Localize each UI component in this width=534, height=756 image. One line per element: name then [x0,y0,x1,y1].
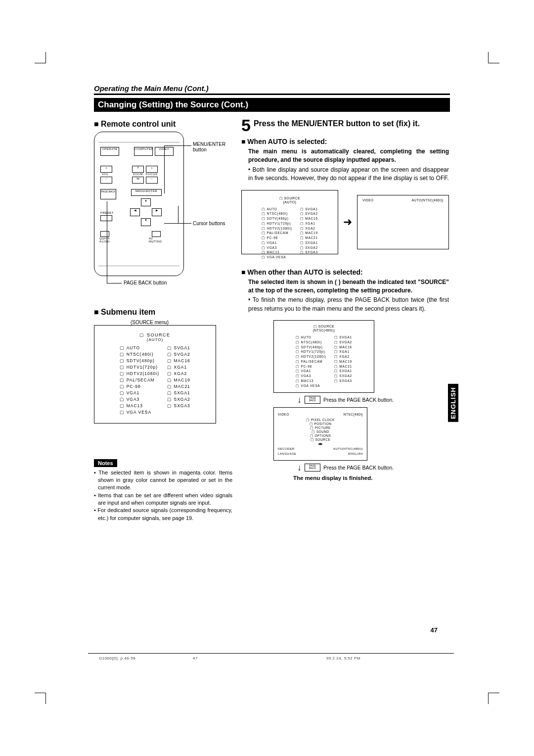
section-banner: Changing (Setting) the Source (Cont.) [94,98,450,112]
cursor-down: ▼ [141,218,151,226]
footer-mid: 47 [193,656,198,661]
menu-enter-button: MENU/ENTER [135,189,158,192]
step-text: Press the MENU/ENTER button to set (fix)… [254,117,420,134]
preset-button [100,215,112,221]
main-menu-screen: VIDEONTSC(480i) PIXEL CLOCK POSITION PIC… [273,407,367,461]
note-3: • For dedicated source signals (correspo… [94,507,232,522]
cursor-up: ▲ [141,198,151,206]
other-bullet: • To finish the menu display, press the … [241,296,449,313]
vol-plus: + [100,166,112,173]
footer-date: 99.2.24, 5:52 PM [326,656,360,661]
page-header: Operating the Main Menu (Cont.) [94,84,450,95]
finished-text: The menu display is finished. [293,475,417,481]
note-2: • Items that can be set are different wh… [94,492,232,507]
auto-flow: ▢ SOURCE (AUTO) AUTO NTSC(480i) SDTV(480… [241,190,449,254]
quick-align-button [100,231,109,237]
source-screen-auto: ▢ SOURCE (AUTO) AUTO NTSC(480i) SDTV(480… [241,190,338,254]
computer-button: COMPUTER [134,147,153,150]
source-title: SOURCE [147,332,171,337]
result-screen-auto: VIDEO AUTO(NTSC(480i)) [357,195,449,249]
vol-label: VOL. [102,173,110,176]
auto-bold-text: The main menu is automatically cleared, … [241,147,449,165]
auto-heading: When AUTO is selected: [241,138,449,145]
vol-minus: − [100,177,112,184]
page-number: 47 [431,626,438,634]
other-heading: When other than AUTO is selected: [241,268,449,276]
page-content: Operating the Main Menu (Cont.) Changing… [94,84,450,522]
av-muting-button [152,231,161,237]
source-menu-box: ▢ SOURCE (AUTO) AUTO NTSC(480i) SDTV(480… [94,325,216,424]
page-back-icon: PAGE BACK [305,396,320,404]
focus-minus: − [146,177,158,184]
focus-label: FOCUS [146,173,158,176]
operate-button: OPERATE [102,147,118,150]
right-column: 5 Press the MENU/ENTER button to set (fi… [241,117,449,522]
source-menu-caption: (SOURCE menu) [94,320,205,325]
flow-arrow-2: ↓ PAGE BACK Press the PAGE BACK button. [297,463,417,473]
other-bold-text: The selected item is shown in ( ) beneat… [241,278,449,295]
remote-heading: Remote control unit [94,120,232,129]
page-back-icon-2: PAGE BACK [305,464,320,472]
press-page-back-2: Press the PAGE BACK button. [323,465,394,471]
press-page-back-1: Press the PAGE BACK button. [323,397,394,403]
arrow-right-icon: ➜ [343,216,352,229]
cursor-caption: Cursor buttons [193,221,225,226]
quick-align-label: QUICK ALIGN. [99,237,111,243]
zoom-label: ZOOM [133,173,143,176]
zoom-w: W [132,177,144,184]
source-col-right: SVGA1 SVGA2 MAC16 XGA1 XGA2 MAC19 MAC21 … [167,345,190,416]
flow-arrow-1: ↓ PAGE BACK Press the PAGE BACK button. [297,395,417,405]
left-column: Remote control unit OPERATE COMPUTER VID… [94,117,232,522]
menu-enter-caption: MENU/ENTER button [193,142,232,152]
zoom-t: T [132,166,144,173]
source-subtitle: (AUTO) [99,337,211,342]
source-col-left: AUTO NTSC(480i) SDTV(480p) HDTV1(720p) H… [120,345,159,416]
page-back-button: PAGE BACK [100,189,116,199]
footer-file: G1000[D]. p.46-59 [99,656,135,661]
note-1: • The selected item is shown in magenta … [94,469,232,492]
auto-bullet: • Both line display and source display a… [241,166,449,183]
step-number: 5 [241,117,251,134]
cursor-right: ▶ [152,208,162,216]
source-screen-other: ▢ SOURCE (NTSC(480i)) AUTO NTSC(480i) SD… [273,320,374,392]
av-muting-label: AV MUTING [149,237,162,243]
page-back-caption: PAGE BACK button [124,280,167,285]
focus-plus: + [146,166,158,173]
submenu-heading: Submenu item [94,308,232,317]
notes-title: Notes [94,459,117,467]
remote-diagram: OPERATE COMPUTER VIDEO + VOL. − T ZOOM W… [94,132,184,276]
cursor-left: ◀ [130,208,140,216]
